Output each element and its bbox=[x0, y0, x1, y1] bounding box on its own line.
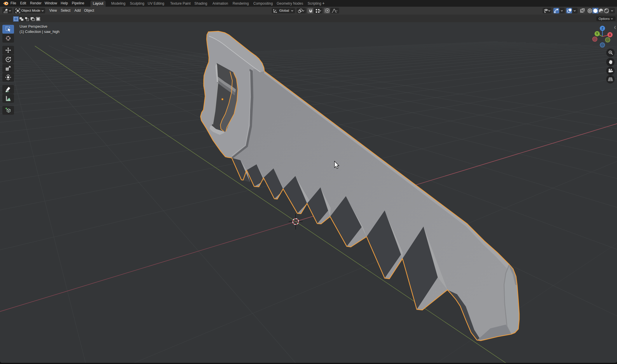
svg-text:X: X bbox=[609, 33, 611, 36]
svg-text:Y: Y bbox=[596, 32, 598, 35]
svg-text:Z: Z bbox=[602, 27, 604, 30]
